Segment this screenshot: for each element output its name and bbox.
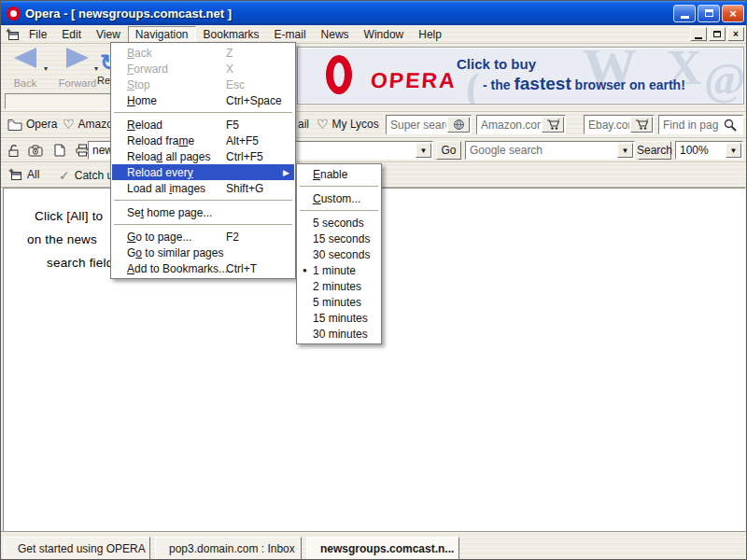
child-restore-icon [713, 31, 721, 37]
menu-news[interactable]: News [314, 26, 357, 43]
menu-item-load-all-images[interactable]: Load all images Shift+G [112, 180, 294, 196]
child-minimize-button[interactable] [690, 27, 707, 41]
menu-item-label: 30 seconds [313, 248, 370, 261]
zoom-input[interactable] [676, 144, 725, 157]
ebay-search-input[interactable] [585, 117, 629, 133]
heart-icon: ♡ [317, 119, 329, 130]
super-search-input[interactable] [387, 117, 446, 133]
go-button[interactable]: Go [436, 141, 461, 160]
menu-item-label: Load all images [127, 182, 205, 195]
google-search-field[interactable]: ▼ [465, 141, 635, 160]
ebay-search-button[interactable] [630, 117, 653, 133]
super-search-button[interactable] [447, 117, 470, 133]
taskbar-window-title: pop3.domain.com : Inbox [169, 542, 295, 555]
back-button[interactable]: Back [5, 48, 46, 89]
menu-item-label: Go to page... [127, 231, 191, 244]
new-page-button[interactable] [49, 142, 70, 159]
menu-item-label: 2 minutes [313, 280, 361, 293]
back-label: Back [5, 77, 46, 89]
back-arrow-icon [14, 48, 36, 68]
find-in-page-button[interactable] [719, 117, 741, 133]
menu-file[interactable]: File [21, 26, 54, 43]
banner-ghost-letter: @ [704, 53, 744, 105]
submenu-item-30-minutes[interactable]: 30 minutes [298, 326, 380, 342]
child-restore-button[interactable] [709, 27, 726, 41]
menu-window[interactable]: Window [357, 26, 412, 43]
security-button[interactable] [3, 142, 23, 159]
zoom-combo[interactable]: ▼ [675, 141, 743, 160]
menu-separator [112, 196, 294, 204]
submenu-item-enable[interactable]: Enable [298, 166, 380, 182]
back-dropdown-icon[interactable]: ▾ [44, 64, 48, 73]
restore-icon [705, 9, 713, 17]
menu-bar: File Edit View Navigation Bookmarks E-ma… [1, 25, 747, 44]
padlock-open-icon [7, 144, 21, 158]
menu-item-reload[interactable]: Reload F5 [112, 117, 294, 133]
search-button[interactable]: Search [638, 141, 671, 160]
menu-item-shortcut: X [226, 61, 233, 77]
menu-item-add-to-bookmarks[interactable]: Add to Bookmarks... Ctrl+T [112, 260, 294, 276]
hotlist-opera-folder[interactable]: Opera [7, 118, 57, 131]
taskbar-newsgroups-window[interactable]: newsgroups.comcast.n... [306, 537, 459, 560]
banner-opera-o-icon [326, 55, 352, 94]
close-icon: × [729, 7, 737, 21]
submenu-item-1-minute[interactable]: ● 1 minute [298, 262, 380, 278]
menu-item-label: Home [127, 94, 157, 107]
submenu-item-custom[interactable]: Custom... [298, 190, 380, 206]
find-in-page-input[interactable] [659, 117, 718, 133]
all-newsgroups-button[interactable]: All [5, 166, 43, 183]
menu-item-shortcut: Ctrl+F5 [226, 148, 263, 164]
forward-button[interactable]: Forward [55, 48, 100, 89]
menu-item-go-to-page[interactable]: Go to page... F2 [112, 229, 294, 245]
submenu-item-5-minutes[interactable]: 5 minutes [298, 294, 380, 310]
opera-logo-icon [7, 7, 21, 21]
menu-item-shortcut: Ctrl+Space [226, 92, 282, 108]
taskbar-getstarted-window[interactable]: Get started using OPERA [4, 537, 150, 560]
restore-button[interactable] [698, 5, 720, 22]
menu-item-reload-every[interactable]: Reload every ▶ [112, 164, 294, 180]
google-search-input[interactable] [466, 144, 616, 157]
menu-item-reload-all-pages[interactable]: Reload all pages Ctrl+F5 [112, 148, 294, 164]
menu-edit[interactable]: Edit [54, 26, 89, 43]
close-button[interactable]: × [722, 5, 744, 22]
super-search-field[interactable] [386, 115, 472, 134]
find-in-page-field[interactable] [658, 115, 743, 134]
navigation-menu: Back Z Forward X Stop Esc Home Ctrl+Spac… [110, 42, 296, 279]
menu-item-label: Reload frame [127, 134, 194, 147]
taskbar-mail-window[interactable]: pop3.domain.com : Inbox [155, 537, 302, 560]
forward-dropdown-icon[interactable]: ▾ [94, 64, 98, 73]
ebay-search-field[interactable] [584, 115, 655, 134]
bookmark-amazon[interactable]: ♡ Amazo [63, 118, 113, 131]
submenu-item-5-seconds[interactable]: 5 seconds [298, 215, 380, 231]
toggle-images-button[interactable] [25, 142, 46, 159]
menu-item-home[interactable]: Home Ctrl+Space [112, 92, 294, 108]
amazon-search-field[interactable] [476, 115, 566, 134]
child-close-button[interactable]: × [727, 27, 744, 41]
submenu-item-30-seconds[interactable]: 30 seconds [298, 246, 380, 262]
menu-item-label: 30 minutes [313, 328, 368, 341]
menu-bookmarks[interactable]: Bookmarks [196, 26, 267, 43]
submenu-item-15-minutes[interactable]: 15 minutes [298, 310, 380, 326]
address-dropdown-icon[interactable]: ▼ [416, 143, 431, 158]
taskbar-window-title: newsgroups.comcast.n... [320, 542, 454, 555]
menu-email[interactable]: E-mail [267, 26, 314, 43]
minimize-button[interactable] [673, 5, 696, 22]
menu-item-go-to-similar-pages[interactable]: Go to similar pages [112, 245, 294, 260]
submenu-item-15-seconds[interactable]: 15 seconds [298, 231, 380, 246]
menu-item-label: Go to similar pages [127, 246, 223, 259]
bookmark-partial[interactable]: ail [298, 118, 309, 131]
ad-banner[interactable]: W X @ ( OPERA Click to buy - the fastest… [297, 47, 744, 105]
menu-item-shortcut: Esc [226, 77, 245, 92]
zoom-dropdown-icon[interactable]: ▼ [726, 143, 741, 158]
bookmark-mylycos[interactable]: ♡ My Lycos [317, 118, 379, 131]
menu-item-set-home-page[interactable]: Set home page... [112, 204, 294, 220]
menu-item-reload-frame[interactable]: Reload frame Alt+F5 [112, 133, 294, 148]
submenu-item-2-minutes[interactable]: 2 minutes [298, 278, 380, 294]
amazon-search-button[interactable] [542, 117, 564, 133]
amazon-search-input[interactable] [477, 117, 541, 133]
menu-navigation[interactable]: Navigation [128, 26, 196, 43]
menu-view[interactable]: View [89, 26, 128, 43]
search-dropdown-icon[interactable]: ▼ [617, 143, 633, 158]
menu-help[interactable]: Help [411, 26, 449, 43]
menu-item-label: Enable [313, 168, 347, 181]
